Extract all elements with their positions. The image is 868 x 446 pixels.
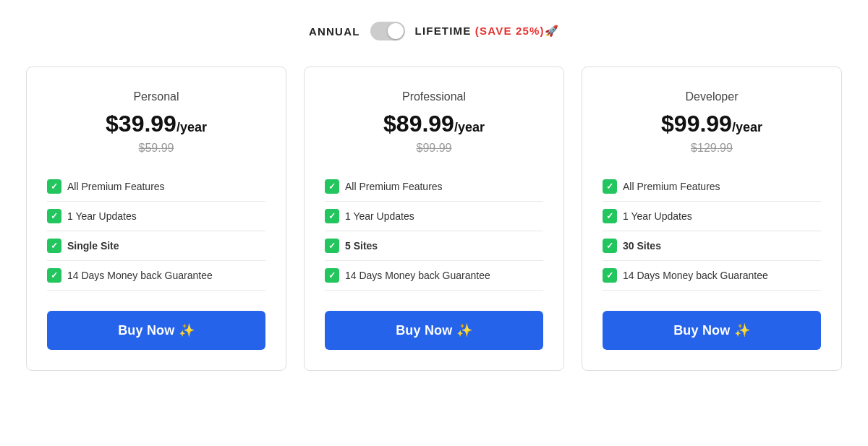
annual-label: ANNUAL <box>309 25 360 38</box>
check-icon: ✓ <box>603 209 617 223</box>
feature-item: ✓1 Year Updates <box>603 202 821 231</box>
plan-card-professional: Professional$89.99/year$99.99✓All Premiu… <box>304 67 564 371</box>
check-icon: ✓ <box>325 179 339 194</box>
feature-text: 14 Days Money back Guarantee <box>623 270 768 281</box>
feature-item: ✓30 Sites <box>603 231 821 261</box>
feature-text: All Premium Features <box>67 181 165 192</box>
feature-text: 5 Sites <box>345 240 378 252</box>
feature-item: ✓14 Days Money back Guarantee <box>325 261 543 291</box>
lifetime-label: LIFETIME (SAVE 25%)🚀 <box>415 25 559 38</box>
check-icon: ✓ <box>325 209 339 223</box>
feature-text: 30 Sites <box>623 240 661 252</box>
feature-text: 14 Days Money back Guarantee <box>67 270 213 281</box>
feature-item: ✓14 Days Money back Guarantee <box>47 261 265 291</box>
plan-price-personal: $39.99/year <box>47 111 265 137</box>
check-icon: ✓ <box>47 179 61 194</box>
feature-item: ✓5 Sites <box>325 231 543 261</box>
check-icon: ✓ <box>603 268 617 283</box>
plan-card-personal: Personal$39.99/year$59.99✓All Premium Fe… <box>26 67 286 371</box>
feature-item: ✓1 Year Updates <box>47 202 265 231</box>
feature-text: 1 Year Updates <box>67 210 137 222</box>
check-icon: ✓ <box>325 268 339 283</box>
plan-name-professional: Professional <box>325 90 543 103</box>
feature-item: ✓Single Site <box>47 231 265 261</box>
feature-text: All Premium Features <box>623 181 720 192</box>
feature-item: ✓All Premium Features <box>325 172 543 202</box>
feature-text: Single Site <box>67 240 119 252</box>
check-icon: ✓ <box>603 179 617 194</box>
billing-toggle: ANNUAL LIFETIME (SAVE 25%)🚀 <box>309 22 559 40</box>
lifetime-label-text: LIFETIME <box>415 25 472 37</box>
plan-price-developer: $99.99/year <box>603 111 821 137</box>
plan-features-developer: ✓All Premium Features✓1 Year Updates✓30 … <box>603 172 821 291</box>
feature-item: ✓14 Days Money back Guarantee <box>603 261 821 291</box>
feature-text: 1 Year Updates <box>623 210 692 222</box>
plan-name-developer: Developer <box>603 90 821 103</box>
feature-item: ✓All Premium Features <box>47 172 265 202</box>
check-icon: ✓ <box>47 209 61 223</box>
feature-text: 14 Days Money back Guarantee <box>345 270 490 281</box>
rocket-emoji: 🚀 <box>545 25 559 37</box>
buy-button-professional[interactable]: Buy Now ✨ <box>325 311 543 350</box>
feature-text: 1 Year Updates <box>345 210 414 222</box>
plan-original-price-professional: $99.99 <box>325 142 543 155</box>
check-icon: ✓ <box>47 239 61 253</box>
check-icon: ✓ <box>603 239 617 253</box>
feature-text: All Premium Features <box>345 181 443 192</box>
toggle-thumb <box>388 23 404 39</box>
buy-button-personal[interactable]: Buy Now ✨ <box>47 311 265 350</box>
plan-features-professional: ✓All Premium Features✓1 Year Updates✓5 S… <box>325 172 543 291</box>
feature-item: ✓1 Year Updates <box>325 202 543 231</box>
billing-toggle-switch[interactable] <box>370 22 405 40</box>
save-badge: (SAVE 25%)🚀 <box>475 25 559 37</box>
buy-button-developer[interactable]: Buy Now ✨ <box>603 311 821 350</box>
check-icon: ✓ <box>325 239 339 253</box>
feature-item: ✓All Premium Features <box>603 172 821 202</box>
plan-price-professional: $89.99/year <box>325 111 543 137</box>
save-badge-text: (SAVE 25%) <box>475 25 545 37</box>
plans-grid: Personal$39.99/year$59.99✓All Premium Fe… <box>22 67 846 371</box>
check-icon: ✓ <box>47 268 61 283</box>
plan-name-personal: Personal <box>47 90 265 103</box>
plan-original-price-developer: $129.99 <box>603 142 821 155</box>
plan-card-developer: Developer$99.99/year$129.99✓All Premium … <box>582 67 842 371</box>
plan-original-price-personal: $59.99 <box>47 142 265 155</box>
plan-features-personal: ✓All Premium Features✓1 Year Updates✓Sin… <box>47 172 265 291</box>
